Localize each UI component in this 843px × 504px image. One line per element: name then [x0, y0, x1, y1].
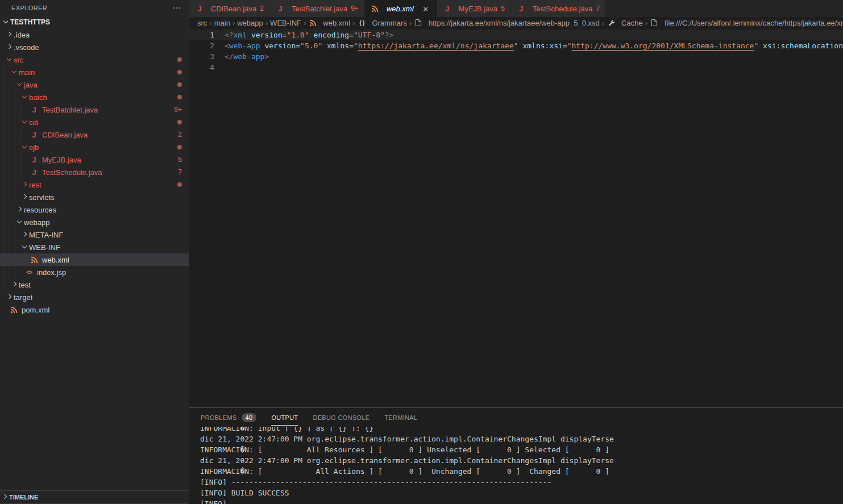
breadcrumb-item[interactable]: Cache [607, 19, 643, 27]
file-tree: .idea.vscodesrcmainjavabatchJTestBatchle… [0, 28, 189, 490]
explorer-title: EXPLORER [11, 5, 47, 11]
tree-item-.vscode[interactable]: .vscode [0, 41, 189, 53]
breadcrumb-item-label: Cache [621, 19, 643, 27]
tree-item-cdi[interactable]: cdi [0, 116, 189, 128]
tree-item-label: TestBatchlet.java [42, 106, 98, 114]
code-token: </ [225, 52, 234, 61]
chevron-right-icon [5, 30, 14, 39]
indent-guide [10, 241, 15, 253]
code-token-link[interactable]: https://jakarta.ee/xml/ns/jakartaee [358, 41, 514, 50]
breadcrumb-item[interactable]: https://jakarta.ee/xml/ns/jakartaee/web-… [414, 19, 600, 27]
tree-item-index.jsp[interactable]: <>index.jsp [0, 266, 189, 278]
editor-line[interactable]: 3</web-app> [189, 51, 843, 62]
tree-item-label: pom.xml [22, 306, 49, 314]
breadcrumb-item[interactable]: src [197, 19, 207, 27]
breadcrumb-item[interactable]: web.xml [308, 19, 350, 27]
chevron-right-icon [0, 493, 9, 502]
indent-guide [5, 153, 10, 166]
tree-item-resources[interactable]: resources [0, 203, 189, 216]
java-file-icon: J [30, 106, 39, 114]
tree-item-test[interactable]: test [0, 278, 189, 291]
breadcrumb-separator: › [230, 19, 237, 27]
project-root-row[interactable]: TESTHTTPS [0, 16, 189, 28]
code-token: = [563, 41, 567, 50]
editor-area: JCDIBean.java2JTestBatchlet.java9+web.xm… [189, 0, 843, 504]
indent-guide [10, 91, 15, 103]
modified-dot-badge [177, 120, 182, 124]
breadcrumb-item-label: main [214, 19, 230, 27]
breadcrumb-item-label: file:///C:/Users/alfon/.lemminx/cache/ht… [665, 19, 843, 27]
tree-item-batch[interactable]: batch [0, 91, 189, 103]
tree-item-WEB-INF[interactable]: WEB-INF [0, 241, 189, 253]
code-token: xml [234, 31, 247, 39]
panel-tab-problems[interactable]: PROBLEMS40 [201, 408, 256, 427]
breadcrumb-item[interactable]: webapp [237, 19, 263, 27]
indent-guide [5, 66, 10, 78]
tree-item-.idea[interactable]: .idea [0, 28, 189, 41]
tree-item-label: servlets [29, 193, 55, 202]
chevron-right-icon [5, 293, 14, 302]
panel-tab-label: PROBLEMS [201, 409, 237, 426]
tab-TestBatchlet.java[interactable]: JTestBatchlet.java9+ [270, 0, 365, 17]
code-token-link[interactable]: http://www.w3.org/2001/XMLSchema-instanc… [572, 41, 754, 50]
tree-item-META-INF[interactable]: META-INF [0, 228, 189, 241]
chevron-down-icon [10, 68, 19, 77]
chevron-down-icon [20, 93, 29, 102]
editor-line[interactable]: 1<?xml version="1.0" encoding="UTF-8"?> [189, 30, 843, 40]
tab-label: TestBatchlet.java [292, 5, 347, 13]
code-editor[interactable]: 1<?xml version="1.0" encoding="UTF-8"?>2… [189, 28, 843, 407]
panel-tab-terminal[interactable]: TERMINAL [384, 408, 417, 427]
indent-guide [20, 166, 25, 178]
tree-item-webapp[interactable]: webapp [0, 216, 189, 228]
editor-line[interactable]: 4 [189, 62, 843, 73]
modified-dot-badge [177, 82, 182, 87]
tree-item-CDIBean.java[interactable]: JCDIBean.java2 [0, 128, 189, 141]
java-file-icon: J [30, 131, 39, 139]
tree-item-TestBatchlet.java[interactable]: JTestBatchlet.java9+ [0, 103, 189, 116]
indent-guide [5, 166, 10, 178]
breadcrumb-item[interactable]: file:///C:/Users/alfon/.lemminx/cache/ht… [650, 19, 843, 27]
chevron-right-icon [20, 180, 29, 189]
indent-guide [5, 253, 10, 266]
output-line: [INFO] [200, 498, 843, 504]
breadcrumb-item[interactable]: WEB-INF [270, 19, 301, 27]
wrench-icon [607, 19, 616, 27]
tab-MyEJB.java[interactable]: JMyEJB.java5 [437, 0, 511, 17]
indent-guide [10, 78, 15, 91]
tab-web.xml[interactable]: web.xml× [365, 0, 437, 17]
breadcrumb-item[interactable]: main [214, 19, 230, 27]
output-console[interactable]: INFORMACI�N: Input [ {} ] as [ {} ]: {}d… [189, 427, 843, 504]
tree-item-src[interactable]: src [0, 53, 189, 66]
tab-CDIBean.java[interactable]: JCDIBean.java2 [189, 0, 270, 17]
code-token: "UTF-8" [354, 31, 385, 39]
tree-item-target[interactable]: target [0, 291, 189, 303]
explorer-header: EXPLORER ⋯ [0, 0, 189, 16]
editor-line[interactable]: 2<web-app version="5.0" xmlns="https://j… [189, 40, 843, 51]
timeline-section[interactable]: TIMELINE [0, 490, 189, 504]
tree-item-MyEJB.java[interactable]: JMyEJB.java5 [0, 153, 189, 166]
tree-item-web.xml[interactable]: web.xml [0, 253, 189, 266]
code-token: "1.0" [287, 31, 309, 39]
tree-item-rest[interactable]: rest [0, 178, 189, 191]
chevron-down-icon [20, 143, 29, 152]
java-file-icon: J [276, 5, 285, 13]
breadcrumb-item[interactable]: { }Grammars [357, 19, 406, 27]
tree-item-main[interactable]: main [0, 66, 189, 78]
tree-item-pom.xml[interactable]: pom.xml [0, 303, 189, 316]
tree-item-label: rest [29, 181, 41, 189]
code-token: = [349, 31, 354, 39]
tree-item-ejb[interactable]: ejb [0, 141, 189, 153]
panel-tab-debug-console[interactable]: DEBUG CONSOLE [313, 408, 369, 427]
java-file-icon: J [195, 5, 204, 13]
panel-tab-output[interactable]: OUTPUT [271, 408, 298, 427]
tree-item-java[interactable]: java [0, 78, 189, 91]
close-icon[interactable]: × [421, 4, 431, 14]
tree-item-servlets[interactable]: servlets [0, 191, 189, 203]
indent-guide [5, 266, 10, 278]
chevron-down-icon [15, 80, 24, 89]
tab-TestSchedule.java[interactable]: JTestSchedule.java7 [511, 0, 606, 17]
tree-item-TestSchedule.java[interactable]: JTestSchedule.java7 [0, 166, 189, 178]
chevron-right-icon [15, 205, 24, 214]
more-actions-icon[interactable]: ⋯ [173, 5, 181, 11]
indent-guide [5, 216, 10, 228]
